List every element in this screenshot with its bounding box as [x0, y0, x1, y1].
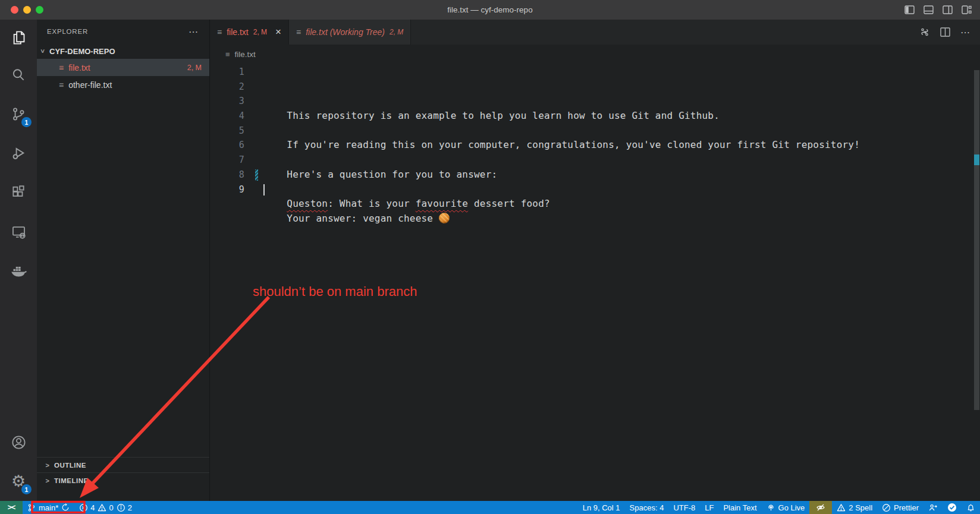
code-line[interactable]: 9: [210, 182, 980, 197]
minimize-window-button[interactable]: [23, 6, 31, 14]
code-line[interactable]: 3 If you're reading this on your compute…: [210, 94, 980, 109]
code-area[interactable]: 1 This repository is an example to help …: [210, 64, 980, 197]
repo-section-header[interactable]: > CYF-DEMO-REPO: [37, 43, 209, 59]
problems-status[interactable]: 4 0 2: [74, 501, 137, 514]
source-control-icon[interactable]: 1: [0, 94, 37, 134]
line-number: 5: [210, 124, 244, 138]
repo-section-label: CYF-DEMO-REPO: [49, 47, 115, 56]
close-tab-icon[interactable]: ×: [275, 26, 281, 38]
language-mode-status[interactable]: Plain Text: [718, 501, 761, 514]
file-row-file-txt[interactable]: ≡ file.txt 2, M: [37, 59, 209, 76]
split-editor-icon[interactable]: [940, 27, 950, 37]
sidebar-more-actions-icon[interactable]: ⋯: [189, 26, 199, 37]
chevron-down-icon: >: [39, 48, 46, 54]
status-bar: >< main* 4: [0, 501, 980, 514]
indentation-status[interactable]: Spaces: 4: [625, 501, 669, 514]
search-icon[interactable]: [0, 55, 37, 94]
eye-off-status[interactable]: [809, 501, 832, 514]
eol-status[interactable]: LF: [700, 501, 718, 514]
warning-icon: [837, 503, 846, 512]
code-line[interactable]: 6: [210, 138, 980, 153]
text-file-icon: ≡: [59, 63, 64, 72]
tab-file-txt-working-tree[interactable]: ≡ file.txt (Working Tree) 2, M: [289, 20, 411, 45]
docker-icon[interactable]: [0, 251, 37, 291]
code-line[interactable]: 4: [210, 109, 980, 124]
line-text: Queston: What is your favourite dessert …: [287, 198, 550, 209]
feedback-status[interactable]: [924, 501, 943, 514]
zoom-window-button[interactable]: [36, 6, 43, 14]
file-problems-badge: 2, M: [187, 64, 202, 72]
breadcrumb-file-name: file.txt: [235, 50, 256, 59]
info-count: 2: [128, 503, 132, 512]
toggle-panel-icon[interactable]: [924, 5, 934, 14]
bell-icon: [966, 503, 975, 512]
editor-scrollbar[interactable]: [974, 70, 979, 410]
error-icon: [79, 503, 88, 512]
broadcast-icon: [767, 503, 775, 512]
line-number: 7: [210, 153, 244, 168]
settings-gear-icon[interactable]: ⚙ 1: [0, 462, 37, 501]
tab-label: file.txt (Working Tree): [306, 27, 385, 37]
remote-explorer-icon[interactable]: [0, 212, 37, 251]
source-control-badge: 1: [21, 117, 32, 127]
explorer-sidebar: EXPLORER ⋯ > CYF-DEMO-REPO ≡ file.txt 2,…: [37, 20, 210, 501]
check-circle-icon: [947, 503, 957, 512]
annotation-text: shouldn’t be on main branch: [253, 284, 417, 299]
tab-file-txt[interactable]: ≡ file.txt 2, M ×: [210, 20, 289, 45]
line-number: 2: [210, 80, 244, 94]
code-line[interactable]: 2: [210, 80, 980, 94]
window-controls: [11, 6, 43, 14]
cursor-position-status[interactable]: Ln 9, Col 1: [578, 501, 625, 514]
window-title: file.txt — cyf-demo-repo: [0, 0, 980, 20]
line-text: Your answer: vegan cheese: [287, 213, 450, 224]
tab-problems-badge: 2, M: [390, 28, 403, 36]
accounts-icon[interactable]: [0, 422, 37, 462]
tab-label: file.txt: [227, 27, 249, 37]
prettier-status[interactable]: Prettier: [877, 501, 924, 514]
code-line[interactable]: 7 Queston: What is your favourite desser…: [210, 153, 980, 168]
sync-changes-icon[interactable]: [61, 503, 70, 512]
git-branch-status[interactable]: main*: [23, 501, 74, 514]
text-cursor: [263, 184, 265, 195]
outline-label: OUTLINE: [54, 462, 86, 469]
line-number: 4: [210, 109, 244, 124]
chevron-right-icon: >: [45, 462, 51, 469]
customize-layout-icon[interactable]: [962, 5, 972, 14]
text-file-icon: ≡: [59, 80, 64, 90]
toggle-primary-sidebar-icon[interactable]: [904, 5, 915, 14]
check-status[interactable]: [943, 501, 962, 514]
extensions-icon[interactable]: [0, 173, 37, 212]
settings-badge: 1: [21, 484, 32, 494]
eye-off-icon: [816, 503, 825, 512]
code-line[interactable]: 1 This repository is an example to help …: [210, 65, 980, 80]
error-count: 4: [90, 503, 95, 512]
toggle-secondary-sidebar-icon[interactable]: [943, 5, 953, 14]
open-changes-icon[interactable]: [919, 27, 930, 37]
code-line[interactable]: 8 Your answer: vegan cheese: [210, 168, 980, 182]
breadcrumb[interactable]: ≡ file.txt: [210, 45, 980, 64]
notifications-status[interactable]: [962, 501, 980, 514]
close-window-button[interactable]: [11, 6, 18, 14]
line-number: 9: [210, 182, 244, 197]
person-arrow-icon: [928, 503, 938, 512]
git-branch-icon: [27, 503, 36, 512]
timeline-section-header[interactable]: > TIMELINE: [37, 472, 209, 488]
remote-indicator[interactable]: ><: [0, 501, 23, 514]
go-live-status[interactable]: Go Live: [762, 501, 810, 514]
editor-more-actions-icon[interactable]: ⋯: [960, 27, 970, 38]
line-number: 3: [210, 94, 244, 109]
line-number: 1: [210, 65, 244, 80]
encoding-status[interactable]: UTF-8: [668, 501, 700, 514]
warning-count: 0: [109, 503, 113, 512]
run-debug-icon[interactable]: [0, 134, 37, 173]
code-line[interactable]: 5 Here's a question for you to answer:: [210, 124, 980, 138]
title-bar: file.txt — cyf-demo-repo: [0, 0, 980, 20]
editor-group: ≡ file.txt 2, M × ≡ file.txt (Working Tr…: [210, 20, 980, 501]
tab-bar: ≡ file.txt 2, M × ≡ file.txt (Working Tr…: [210, 20, 980, 45]
tab-problems-badge: 2, M: [253, 28, 267, 36]
spell-checker-status[interactable]: 2 Spell: [832, 501, 877, 514]
file-row-other-file-txt[interactable]: ≡ other-file.txt: [37, 76, 209, 93]
outline-section-header[interactable]: > OUTLINE: [37, 457, 209, 472]
chevron-right-icon: >: [45, 477, 51, 484]
explorer-icon[interactable]: [0, 20, 37, 55]
